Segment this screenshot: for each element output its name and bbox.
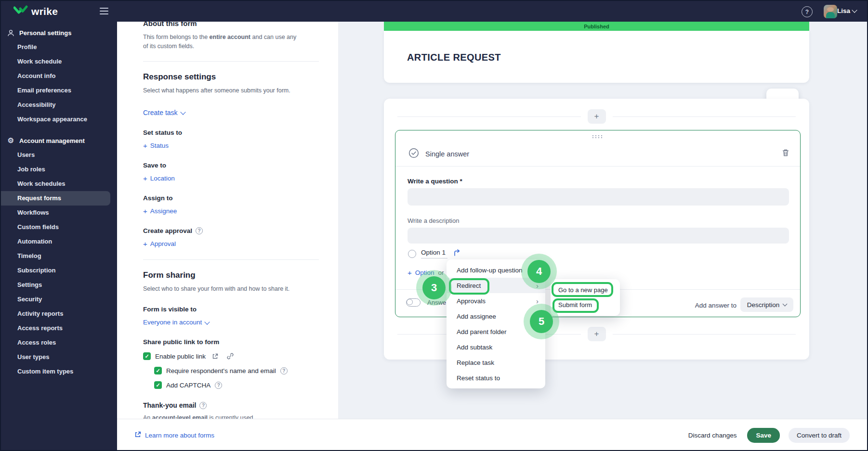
annotation-badge-4: 4 bbox=[527, 260, 551, 283]
help-circle-icon[interactable] bbox=[215, 382, 222, 389]
sidebar-item-account-info[interactable]: Account info bbox=[1, 69, 117, 83]
add-captcha-label: Add CAPTCHA bbox=[166, 382, 210, 389]
sidebar-item-settings[interactable]: Settings bbox=[1, 278, 117, 292]
sidebar-item-custom-fields[interactable]: Custom fields bbox=[1, 220, 117, 234]
assign-to-label: Assign to bbox=[143, 194, 319, 202]
enable-public-link-checkbox[interactable] bbox=[143, 352, 151, 360]
add-assignee-link[interactable]: Assignee bbox=[143, 207, 319, 215]
sidebar-item-request-forms[interactable]: Request forms bbox=[1, 191, 110, 206]
require-name-row: Require respondent's name and email bbox=[154, 367, 319, 374]
help-icon[interactable]: ? bbox=[802, 6, 813, 17]
add-question-row-top bbox=[397, 109, 796, 124]
branch-logic-icon[interactable] bbox=[453, 249, 461, 258]
convert-to-draft-button[interactable]: Convert to draft bbox=[789, 428, 850, 443]
option-label[interactable]: Option 1 bbox=[421, 249, 447, 258]
submenu-item-go-to-new-page[interactable]: Go to a new page bbox=[551, 283, 620, 297]
sidebar-item-access-reports[interactable]: Access reports bbox=[1, 321, 117, 335]
response-settings-subtitle: Select what happens after someone submit… bbox=[143, 86, 302, 95]
menu-item-add-subtask[interactable]: Add subtask bbox=[447, 339, 545, 355]
single-answer-icon bbox=[408, 148, 419, 160]
question-label: Write a question * bbox=[408, 178, 462, 185]
sidebar-item-subscription[interactable]: Subscription bbox=[1, 263, 117, 278]
sidebar-item-work-schedules[interactable]: Work schedules bbox=[1, 177, 117, 191]
chevron-down-icon bbox=[783, 302, 788, 307]
answers-toggle[interactable] bbox=[406, 298, 421, 307]
plus-icon bbox=[143, 240, 147, 248]
user-name-label: Lisa bbox=[837, 7, 850, 14]
person-icon bbox=[7, 29, 15, 37]
sidebar-item-email-preferences[interactable]: Email preferences bbox=[1, 83, 117, 98]
app-window: wrike ? Lisa Personal settings Profile W… bbox=[0, 0, 868, 451]
radio-icon[interactable] bbox=[408, 250, 416, 258]
sidebar-item-workspace-appearance[interactable]: Workspace appearance bbox=[1, 112, 117, 127]
add-question-button[interactable] bbox=[588, 109, 606, 124]
trash-icon[interactable] bbox=[782, 149, 789, 159]
menu-item-reset-status-to[interactable]: Reset status to bbox=[447, 370, 545, 386]
sidebar-item-custom-item-types[interactable]: Custom item types bbox=[1, 364, 117, 379]
sidebar-item-activity-reports[interactable]: Activity reports bbox=[1, 307, 117, 321]
share-public-link-label: Share public link to form bbox=[143, 338, 319, 346]
external-link-icon[interactable] bbox=[212, 353, 218, 360]
sidebar-section-personal-settings[interactable]: Personal settings bbox=[1, 26, 117, 40]
help-circle-icon[interactable] bbox=[199, 402, 207, 409]
thankyou-email-label: Thank-you email bbox=[143, 401, 319, 409]
enable-public-link-label: Enable public link bbox=[155, 353, 206, 360]
sidebar-item-profile[interactable]: Profile bbox=[1, 40, 117, 54]
wrike-logo-text: wrike bbox=[31, 6, 58, 17]
description-input[interactable] bbox=[408, 228, 789, 244]
question-type-row: Single answer bbox=[408, 148, 469, 160]
avatar[interactable] bbox=[824, 5, 837, 18]
sidebar-item-accessibility[interactable]: Accessibility bbox=[1, 98, 117, 112]
set-status-label: Set status to bbox=[143, 129, 319, 136]
sidebar-item-work-schedule[interactable]: Work schedule bbox=[1, 54, 117, 69]
question-input[interactable] bbox=[408, 188, 789, 206]
discard-changes-button[interactable]: Discard changes bbox=[688, 432, 737, 439]
sidebar-item-security[interactable]: Security bbox=[1, 292, 117, 307]
sidebar-item-workflows[interactable]: Workflows bbox=[1, 206, 117, 220]
enable-public-link-row: Enable public link bbox=[143, 352, 319, 360]
wrike-logo-icon bbox=[13, 5, 28, 18]
sidebar-item-timelog[interactable]: Timelog bbox=[1, 249, 117, 263]
add-captcha-checkbox[interactable] bbox=[154, 381, 162, 389]
require-name-checkbox[interactable] bbox=[154, 367, 162, 374]
description-label: Write a description bbox=[408, 217, 459, 224]
create-approval-label: Create approval bbox=[143, 227, 319, 234]
create-task-dropdown[interactable]: Create task bbox=[143, 109, 185, 116]
external-link-icon bbox=[134, 431, 141, 439]
help-circle-icon[interactable] bbox=[196, 227, 203, 234]
sidebar-item-user-types[interactable]: User types bbox=[1, 350, 117, 364]
form-title: ARTICLE REQUEST bbox=[407, 52, 501, 63]
menu-item-replace-task[interactable]: Replace task bbox=[447, 355, 545, 370]
sidebar-section-account-management[interactable]: ⚙ Account management bbox=[1, 133, 117, 148]
add-question-button[interactable] bbox=[588, 327, 606, 341]
plus-icon bbox=[408, 269, 412, 277]
sidebar-item-users[interactable]: Users bbox=[1, 148, 117, 162]
drag-handle-icon[interactable] bbox=[592, 135, 603, 139]
visible-to-dropdown[interactable]: Everyone in account bbox=[143, 319, 209, 326]
submenu-item-submit-form[interactable]: Submit form bbox=[551, 297, 620, 312]
published-status-banner: Published bbox=[384, 22, 809, 31]
user-menu[interactable]: Lisa bbox=[837, 7, 856, 14]
sidebar-item-automation[interactable]: Automation bbox=[1, 234, 117, 249]
menu-item-approvals[interactable]: Approvals bbox=[447, 293, 545, 309]
redirect-submenu: Go to a new page Submit form bbox=[551, 279, 620, 316]
top-bar: wrike ? Lisa bbox=[1, 1, 867, 22]
copy-link-icon[interactable] bbox=[227, 353, 234, 360]
about-form-title: About this form bbox=[143, 22, 319, 28]
response-settings-title: Response settings bbox=[143, 72, 319, 82]
hamburger-menu-icon[interactable] bbox=[100, 8, 108, 14]
answer-target-dropdown[interactable]: Description bbox=[740, 297, 793, 312]
help-circle-icon[interactable] bbox=[280, 367, 288, 374]
save-button[interactable]: Save bbox=[747, 428, 780, 443]
sidebar-item-access-roles[interactable]: Access roles bbox=[1, 335, 117, 350]
annotation-badge-5: 5 bbox=[530, 310, 553, 333]
form-sharing-subtitle: Select who to share your form with and h… bbox=[143, 284, 302, 294]
form-sharing-title: Form sharing bbox=[143, 271, 319, 280]
add-approval-link[interactable]: Approval bbox=[143, 240, 319, 248]
wrike-logo[interactable]: wrike bbox=[13, 5, 58, 18]
add-location-link[interactable]: Location bbox=[143, 174, 319, 182]
sidebar-item-job-roles[interactable]: Job roles bbox=[1, 162, 117, 177]
add-status-link[interactable]: Status bbox=[143, 142, 319, 150]
require-name-label: Require respondent's name and email bbox=[166, 367, 276, 374]
learn-more-link[interactable]: Learn more about forms bbox=[134, 431, 214, 439]
